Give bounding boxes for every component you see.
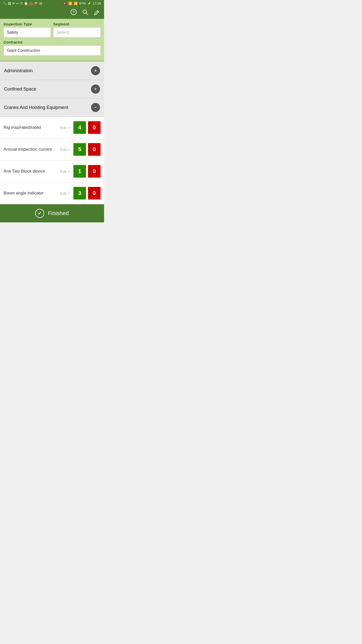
finished-check-icon: ✔ <box>35 209 44 218</box>
row-label-anti: Anti Two Block device <box>4 169 58 174</box>
accordion-list: Administration + Confined Space + Cranes… <box>0 62 104 117</box>
rig-red-score: 0 <box>88 121 101 134</box>
time-text: 17:26 <box>93 2 101 5</box>
mail-icon: ✉ <box>12 2 15 5</box>
wrench-icon: 🔧 <box>3 2 7 5</box>
back-icon: ↩ <box>16 2 19 5</box>
accordion-confined-space-icon: + <box>91 85 100 94</box>
inspection-type-label: Inspection Type <box>4 22 51 26</box>
edit-annual-button[interactable]: Edit > <box>60 147 70 152</box>
boom-green-score: 3 <box>73 187 86 199</box>
edit-boom-button[interactable]: Edit > <box>60 191 70 195</box>
status-right-icons: 🔇 📶 📶 87%⚡ 17:26 <box>63 2 101 5</box>
accordion-administration-label: Administration <box>4 68 33 73</box>
status-bar: 🔧 🖼 ✉ ↩ ⏱ 📋 👜 📦 @ 🔇 📶 📶 87%⚡ 17:26 <box>0 0 104 7</box>
table-row: Anti Two Block device Edit > 1 0 <box>0 160 104 182</box>
edit-icon[interactable] <box>94 9 100 17</box>
contractor-input[interactable]: Giant Construction <box>4 46 101 56</box>
edit-anti-button[interactable]: Edit > <box>60 169 70 174</box>
at-icon: @ <box>39 2 42 5</box>
rig-green-score: 4 <box>73 121 86 134</box>
table-row: Rig insp/rated/rated Edit > 4 0 <box>0 117 104 139</box>
table-row: Boom angle indicator Edit > 3 0 <box>0 182 104 204</box>
edit-rig-button[interactable]: Edit > <box>60 126 70 130</box>
anti-green-score: 1 <box>73 165 86 178</box>
type-segment-row: Inspection Type Safety Segment [select] <box>4 22 101 37</box>
help-icon[interactable]: ? <box>70 9 77 17</box>
accordion-administration-icon: + <box>91 66 100 75</box>
svg-text:?: ? <box>72 10 75 14</box>
segment-label: Segment <box>53 22 101 26</box>
segment-col: Segment [select] <box>53 22 101 37</box>
status-left-icons: 🔧 🖼 ✉ ↩ ⏱ 📋 👜 📦 @ <box>3 2 42 5</box>
accordion-cranes-icon: − <box>91 103 100 112</box>
box-icon: 📦 <box>34 2 38 5</box>
boom-red-score: 0 <box>88 187 101 199</box>
inspection-rows: Rig insp/rated/rated Edit > 4 0 Annual i… <box>0 117 104 204</box>
inspection-type-col: Inspection Type Safety <box>4 22 51 37</box>
segment-input[interactable]: [select] <box>53 27 101 37</box>
row-label-boom: Boom angle indicator <box>4 191 58 196</box>
battery-text: 87% <box>79 2 86 5</box>
clipboard-icon: 📋 <box>24 2 28 5</box>
contractor-section: Contractor Giant Construction <box>4 40 101 56</box>
row-label-rig: Rig insp/rated/rated <box>4 125 58 130</box>
table-row: Annual inspection current Edit > 5 0 <box>0 139 104 160</box>
finished-label: Finished <box>48 210 69 217</box>
search-icon[interactable] <box>82 9 88 17</box>
annual-red-score: 0 <box>88 143 101 156</box>
contractor-label: Contractor <box>4 40 101 44</box>
timer-icon: ⏱ <box>20 2 23 5</box>
bag-icon: 👜 <box>29 2 33 5</box>
signal-icon: 📶 <box>74 2 78 5</box>
image-icon: 🖼 <box>8 2 11 5</box>
svg-line-3 <box>86 13 88 15</box>
accordion-confined-space[interactable]: Confined Space + <box>0 80 104 98</box>
app-toolbar: ? <box>0 7 104 19</box>
mute-icon: 🔇 <box>63 2 67 5</box>
finished-button[interactable]: ✔ Finished <box>0 204 104 222</box>
header-form: Inspection Type Safety Segment [select] … <box>0 19 104 60</box>
inspection-type-input[interactable]: Safety <box>4 27 51 37</box>
annual-green-score: 5 <box>73 143 86 156</box>
row-label-annual: Annual inspection current <box>4 147 58 152</box>
anti-red-score: 0 <box>88 165 101 178</box>
accordion-confined-space-label: Confined Space <box>4 87 36 92</box>
accordion-cranes-label: Cranes And Hoisting Equipment <box>4 105 68 110</box>
accordion-cranes[interactable]: Cranes And Hoisting Equipment − <box>0 98 104 117</box>
wifi-icon: 📶 <box>68 2 72 5</box>
accordion-administration[interactable]: Administration + <box>0 62 104 80</box>
